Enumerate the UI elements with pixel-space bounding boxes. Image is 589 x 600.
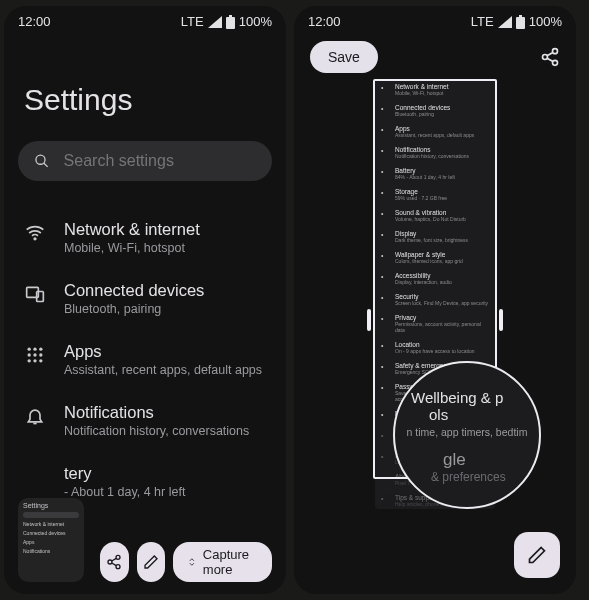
search-icon — [34, 152, 50, 170]
row-icon: • — [381, 105, 389, 113]
svg-rect-23 — [516, 17, 525, 29]
devices-icon — [24, 283, 46, 305]
apps-icon — [24, 344, 46, 366]
mag-line4: & preferences — [395, 470, 539, 484]
row-icon: • — [381, 294, 389, 302]
svg-point-10 — [28, 353, 31, 356]
status-batt: 100% — [529, 14, 562, 29]
status-net: LTE — [181, 14, 204, 29]
item-title: Notifications — [64, 403, 249, 422]
row-icon: • — [381, 411, 389, 419]
item-title: Apps — [64, 342, 262, 361]
tall-row: • Storage59% used · 7.2 GB free — [375, 184, 495, 205]
svg-point-4 — [34, 238, 36, 240]
svg-point-8 — [33, 348, 36, 351]
search-bar[interactable] — [18, 141, 272, 181]
tall-row: • Connected devicesBluetooth, pairing — [375, 100, 495, 121]
tall-row: • Battery84% - About 1 day, 4 hr left — [375, 163, 495, 184]
svg-rect-1 — [229, 15, 232, 17]
tall-row: • SecurityScreen lock, Find My Device, a… — [375, 289, 495, 310]
edit-fab[interactable] — [514, 532, 560, 578]
svg-rect-24 — [519, 15, 522, 17]
settings-item-devices[interactable]: Connected devices Bluetooth, pairing — [4, 268, 286, 329]
right-phone-scrollshot-editor: 12:00 LTE 100% Save • Network & internet… — [294, 6, 576, 594]
svg-line-22 — [112, 563, 117, 566]
share-button[interactable] — [540, 47, 560, 67]
screenshot-toolbar: Settings Network & internet Connected de… — [4, 498, 286, 582]
signal-icon — [208, 16, 222, 28]
row-icon: • — [381, 189, 389, 197]
crop-handle-right[interactable] — [499, 309, 503, 331]
row-icon: • — [381, 474, 389, 482]
status-batt: 100% — [239, 14, 272, 29]
svg-point-14 — [33, 359, 36, 362]
capture-more-button[interactable]: Capture more — [173, 542, 272, 582]
item-title: tery — [64, 464, 185, 483]
crop-handle-left[interactable] — [367, 309, 371, 331]
settings-item-wifi[interactable]: Network & internet Mobile, Wi-Fi, hotspo… — [4, 207, 286, 268]
battery-icon — [516, 15, 525, 29]
tall-row: • Wallpaper & styleColors, themed icons,… — [375, 247, 495, 268]
svg-rect-0 — [226, 17, 235, 29]
svg-point-11 — [33, 353, 36, 356]
svg-point-15 — [39, 359, 42, 362]
item-title: Connected devices — [64, 281, 204, 300]
svg-point-25 — [553, 49, 558, 54]
status-right: LTE 100% — [181, 14, 272, 29]
svg-point-12 — [39, 353, 42, 356]
row-icon: • — [381, 432, 389, 440]
row-icon: • — [381, 495, 389, 503]
edit-button[interactable] — [137, 542, 166, 582]
svg-point-9 — [39, 348, 42, 351]
mag-line1: Wellbeing & p — [395, 389, 539, 406]
pencil-icon — [527, 545, 547, 565]
tall-row: • Sound & vibrationVolume, haptics, Do N… — [375, 205, 495, 226]
signal-icon — [498, 16, 512, 28]
share-icon — [106, 554, 122, 570]
row-icon: • — [381, 315, 389, 323]
svg-line-21 — [112, 558, 117, 561]
svg-point-13 — [28, 359, 31, 362]
battery-icon — [226, 15, 235, 29]
expand-icon — [187, 555, 197, 569]
svg-point-20 — [116, 565, 120, 569]
pencil-icon — [143, 554, 159, 570]
mag-line2: n time, app timers, bedtim — [395, 423, 539, 450]
share-button[interactable] — [100, 542, 129, 582]
svg-point-27 — [553, 60, 558, 65]
share-icon — [540, 47, 560, 67]
svg-point-18 — [116, 555, 120, 559]
svg-point-2 — [36, 155, 45, 164]
settings-item-bell[interactable]: Notifications Notification history, conv… — [4, 390, 286, 451]
tall-row: • PrivacyPermissions, account activity, … — [375, 310, 495, 337]
row-icon: • — [381, 363, 389, 371]
row-icon: • — [381, 453, 389, 461]
magnifier: Wellbeing & p ols n time, app timers, be… — [393, 361, 541, 509]
tall-row: • LocationOn - 9 apps have access to loc… — [375, 337, 495, 358]
status-net: LTE — [471, 14, 494, 29]
scrollshot-crop-area[interactable]: • Network & internetMobile, Wi-Fi, hotsp… — [345, 79, 525, 549]
left-phone-settings: 12:00 LTE 100% Settings Network & intern… — [4, 6, 286, 594]
tall-row: • AppsAssistant, recent apps, default ap… — [375, 121, 495, 142]
settings-item-apps[interactable]: Apps Assistant, recent apps, default app… — [4, 329, 286, 390]
svg-point-19 — [108, 560, 112, 564]
row-icon: • — [381, 384, 389, 392]
svg-point-26 — [543, 55, 548, 60]
status-right: LTE 100% — [471, 14, 562, 29]
svg-line-28 — [547, 52, 553, 55]
search-input[interactable] — [64, 152, 256, 170]
svg-line-3 — [44, 163, 48, 167]
capture-more-label: Capture more — [203, 547, 258, 577]
item-sub: Assistant, recent apps, default apps — [64, 363, 262, 377]
mag-line3: gle — [395, 450, 539, 470]
page-title: Settings — [4, 33, 286, 141]
row-icon: • — [381, 210, 389, 218]
status-time: 12:00 — [18, 14, 51, 29]
svg-line-29 — [547, 58, 553, 61]
item-sub: Mobile, Wi-Fi, hotspot — [64, 241, 200, 255]
item-sub: Bluetooth, pairing — [64, 302, 204, 316]
tall-row: • NotificationsNotification history, con… — [375, 142, 495, 163]
screenshot-thumbnail[interactable]: Settings Network & internet Connected de… — [18, 498, 84, 582]
mag-line1b: ols — [395, 406, 539, 423]
save-button[interactable]: Save — [310, 41, 378, 73]
